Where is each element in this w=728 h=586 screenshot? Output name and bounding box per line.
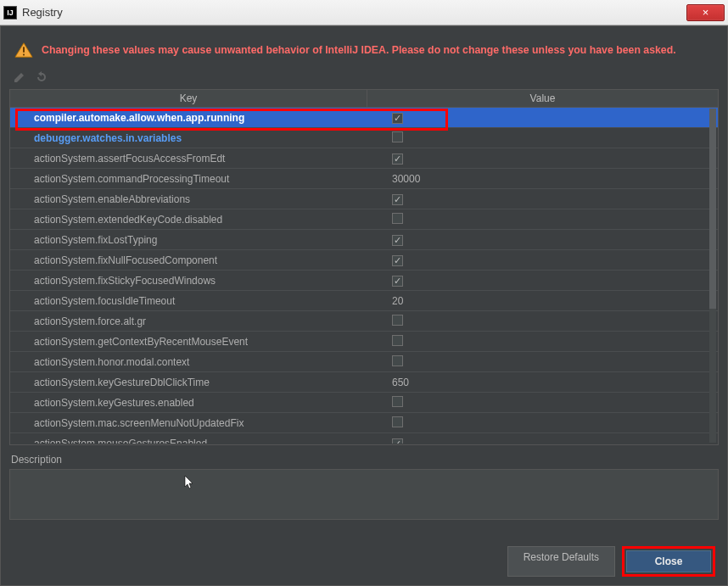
cell-key: actionSystem.honor.modal.context [10,356,367,368]
cell-key: actionSystem.getContextByRecentMouseEven… [10,336,367,348]
checkbox[interactable] [392,315,403,326]
table-row[interactable]: actionSystem.mouseGesturesEnabled [10,433,718,444]
close-icon: × [703,6,709,19]
svg-rect-2 [23,54,25,56]
cell-value[interactable] [367,153,718,165]
checkbox[interactable] [392,276,403,287]
cell-value[interactable]: 30000 [367,173,718,185]
dialog-footer: Restore Defaults Close [9,534,719,577]
checkbox[interactable] [392,416,403,427]
cell-value[interactable]: 650 [367,377,718,388]
cell-value[interactable] [367,131,718,145]
checkbox[interactable] [392,335,403,346]
cell-value[interactable] [367,416,718,430]
table-row[interactable]: actionSystem.honor.modal.context [10,352,718,372]
table-row[interactable]: actionSystem.fixLostTyping [10,230,718,250]
checkbox[interactable] [392,438,403,444]
table-row[interactable]: debugger.watches.in.variables [10,128,718,148]
column-header-key[interactable]: Key [10,90,367,107]
checkbox[interactable] [392,194,403,205]
restore-defaults-button[interactable]: Restore Defaults [507,546,615,577]
table-body[interactable]: compiler.automake.allow.when.app.running… [10,108,718,444]
cell-key: actionSystem.fixLostTyping [10,234,367,246]
cell-key: actionSystem.fixNullFocusedComponent [10,254,367,266]
toolbar [9,69,719,89]
dialog-body: Changing these values may cause unwanted… [0,25,728,586]
window-titlebar: IJ Registry × [0,0,728,25]
cell-key: actionSystem.mac.screenMenuNotUpdatedFix [10,417,367,429]
checkbox[interactable] [392,213,403,224]
checkbox[interactable] [392,131,403,142]
cell-key: compiler.automake.allow.when.app.running [10,112,367,124]
cursor-icon [184,475,196,493]
table-row[interactable]: actionSystem.fixNullFocusedComponent [10,250,718,271]
cell-value[interactable] [367,254,718,266]
table-row[interactable]: compiler.automake.allow.when.app.running [10,108,718,128]
description-box [9,469,719,520]
cell-key: actionSystem.commandProcessingTimeout [10,173,367,185]
description-label: Description [9,445,719,469]
table-row[interactable]: actionSystem.assertFocusAccessFromEdt [10,148,718,169]
column-header-value[interactable]: Value [367,90,718,107]
checkbox[interactable] [392,235,403,246]
vertical-scrollbar[interactable] [709,109,716,443]
cell-value[interactable] [367,193,718,205]
warning-icon [14,42,33,59]
cell-value[interactable] [367,213,718,226]
table-row[interactable]: actionSystem.enableAbbreviations [10,189,718,209]
checkbox[interactable] [392,113,403,124]
cell-key: actionSystem.keyGestureDblClickTime [10,377,367,388]
cell-value[interactable] [367,234,718,246]
close-button[interactable]: Close [626,550,711,572]
cell-value[interactable] [367,396,718,410]
cell-key: debugger.watches.in.variables [10,132,367,144]
annotation-highlight-close: Close [622,546,715,577]
cell-key: actionSystem.fixStickyFocusedWindows [10,275,367,287]
table-row[interactable]: actionSystem.keyGestures.enabled [10,393,718,413]
cell-value[interactable]: 20 [367,295,718,307]
cell-key: actionSystem.enableAbbreviations [10,193,367,205]
registry-table: Key Value compiler.automake.allow.when.a… [9,89,719,445]
cell-key: actionSystem.focusIdleTimeout [10,295,367,307]
svg-rect-1 [23,47,25,52]
checkbox[interactable] [392,355,403,366]
window-title: Registry [22,6,686,19]
cell-value[interactable] [367,335,718,349]
edit-icon[interactable] [13,70,26,84]
table-row[interactable]: actionSystem.focusIdleTimeout20 [10,291,718,311]
table-row[interactable]: actionSystem.getContextByRecentMouseEven… [10,332,718,352]
cell-key: actionSystem.mouseGesturesEnabled [10,438,367,444]
cell-value[interactable] [367,438,718,444]
table-row[interactable]: actionSystem.mac.screenMenuNotUpdatedFix [10,413,718,433]
cell-key: actionSystem.extendedKeyCode.disabled [10,214,367,226]
cell-value[interactable] [367,355,718,369]
app-icon: IJ [3,6,17,20]
window-close-button[interactable]: × [686,4,725,21]
checkbox[interactable] [392,396,403,407]
cell-value[interactable] [367,112,718,124]
checkbox[interactable] [392,255,403,266]
cell-key: actionSystem.force.alt.gr [10,315,367,327]
table-header: Key Value [10,90,718,108]
table-row[interactable]: actionSystem.fixStickyFocusedWindows [10,271,718,291]
warning-banner: Changing these values may cause unwanted… [9,35,719,69]
cell-key: actionSystem.keyGestures.enabled [10,397,367,409]
table-row[interactable]: actionSystem.extendedKeyCode.disabled [10,209,718,230]
cell-value[interactable] [367,275,718,287]
revert-icon[interactable] [35,70,48,84]
cell-key: actionSystem.assertFocusAccessFromEdt [10,153,367,165]
table-row[interactable]: actionSystem.keyGestureDblClickTime650 [10,372,718,393]
table-row[interactable]: actionSystem.force.alt.gr [10,311,718,332]
warning-text: Changing these values may cause unwanted… [42,44,676,56]
table-row[interactable]: actionSystem.commandProcessingTimeout300… [10,169,718,189]
cell-value[interactable] [367,315,718,328]
checkbox[interactable] [392,153,403,165]
